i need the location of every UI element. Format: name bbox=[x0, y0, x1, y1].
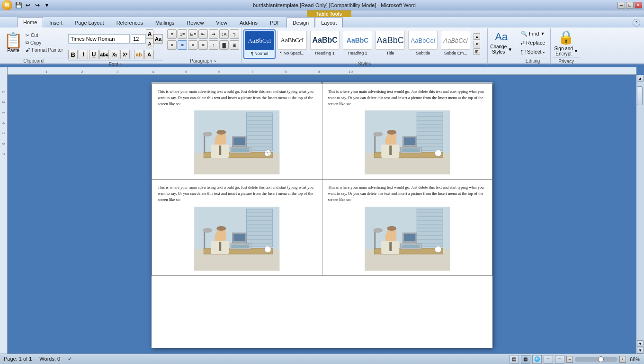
tab-review[interactable]: Review bbox=[180, 17, 210, 27]
help-button[interactable]: ? bbox=[633, 19, 640, 27]
svg-rect-62 bbox=[374, 134, 376, 153]
sort-button[interactable]: ↕A bbox=[219, 29, 229, 39]
font-grow-button[interactable]: A bbox=[146, 29, 153, 39]
paragraph-group-content: ≡ 1≡ ⊟≡ ⇤ ⇥ ↕A ¶ ≡ ≡ ≡ ≡ ↕ ▓ ⊞ bbox=[167, 29, 239, 56]
copy-button[interactable]: ⧉Copy bbox=[25, 39, 64, 46]
print-layout-button[interactable]: ▤ bbox=[510, 355, 519, 364]
superscript-button[interactable]: X² bbox=[120, 50, 130, 59]
style-no-spacing[interactable]: AaBbCcI ¶ No Spaci... bbox=[276, 29, 308, 59]
zoom-out-button[interactable]: − bbox=[566, 356, 573, 363]
style-subtle-em[interactable]: AaBbCcI Subtle Em... bbox=[439, 29, 472, 59]
italic-button[interactable]: I bbox=[79, 50, 88, 59]
borders-button[interactable]: ⊞ bbox=[230, 40, 239, 50]
style-normal[interactable]: AaBbCcI ¶ Normal bbox=[243, 29, 276, 59]
shading-button[interactable]: ▓ bbox=[219, 40, 229, 50]
draft-view-button[interactable]: ≡ bbox=[555, 355, 564, 364]
cell-image-2 bbox=[328, 110, 487, 174]
clipboard-group-label[interactable]: Clipboard bbox=[3, 57, 64, 64]
tab-layout[interactable]: Layout bbox=[315, 17, 343, 27]
numbering-button[interactable]: 1≡ bbox=[178, 29, 187, 39]
subscript-button[interactable]: X₂ bbox=[110, 50, 119, 59]
font-name-selector[interactable]: Times New Roman bbox=[68, 34, 130, 44]
scroll-down-button[interactable]: ▼ bbox=[637, 340, 644, 347]
replace-button[interactable]: ⇄ Replace bbox=[519, 39, 547, 47]
document-viewport[interactable]: This is where your main advertising text… bbox=[8, 75, 636, 354]
tab-mailings[interactable]: Mailings bbox=[149, 17, 180, 27]
style-heading2[interactable]: AaBbC Heading 2 bbox=[341, 29, 374, 59]
style-heading1[interactable]: AaBbC Heading 1 bbox=[309, 29, 341, 59]
redo-button[interactable]: ↪ bbox=[33, 1, 42, 9]
zoom-thumb[interactable] bbox=[598, 356, 604, 362]
paste-button[interactable]: 📋 Paste bbox=[3, 32, 24, 54]
svg-point-36 bbox=[203, 132, 212, 136]
sign-encrypt-icon: 🔒 bbox=[558, 29, 574, 45]
office-orb[interactable]: W bbox=[2, 0, 12, 10]
scroll-thumb[interactable] bbox=[637, 86, 643, 105]
multilevel-list-button[interactable]: ⊟≡ bbox=[188, 29, 197, 39]
full-reading-button[interactable]: ▦ bbox=[521, 355, 530, 364]
outline-view-button[interactable]: ≡ bbox=[544, 355, 553, 364]
clipboard-small-btns: ✂Cut ⧉Copy 🖌Format Painter bbox=[25, 32, 64, 53]
font-shrink-button[interactable]: A bbox=[146, 39, 153, 48]
web-layout-button[interactable]: 🌐 bbox=[532, 355, 542, 364]
tab-pdf[interactable]: PDF bbox=[264, 17, 286, 27]
customize-qat-button[interactable]: ▾ bbox=[43, 1, 51, 9]
tab-view[interactable]: View bbox=[210, 17, 233, 27]
cut-button[interactable]: ✂Cut bbox=[25, 32, 64, 38]
title-bar-left: W 💾 ↩ ↪ ▾ bbox=[2, 0, 51, 10]
table-tools-label: Table Tools bbox=[307, 10, 351, 17]
zoom-slider[interactable] bbox=[575, 357, 617, 362]
tab-home[interactable]: Home bbox=[17, 17, 43, 27]
font-group-label[interactable]: Font↘ bbox=[68, 60, 163, 67]
tab-page-layout[interactable]: Page Layout bbox=[69, 17, 110, 27]
bold-button[interactable]: B bbox=[68, 50, 78, 59]
font-size-selector[interactable]: 12 bbox=[131, 34, 146, 44]
zoom-in-button[interactable]: + bbox=[619, 356, 626, 363]
zoom-percentage[interactable]: 68% bbox=[630, 356, 640, 362]
office-image-4 bbox=[328, 207, 487, 271]
tab-design[interactable]: Design bbox=[286, 17, 315, 27]
paragraph-group-label[interactable]: Paragraph↘ bbox=[167, 57, 239, 64]
style-title[interactable]: AaBbC Title bbox=[374, 29, 406, 59]
scroll-up-button[interactable]: ▲ bbox=[637, 75, 644, 82]
spell-check-icon: ✓ bbox=[68, 356, 72, 362]
format-painter-button[interactable]: 🖌Format Painter bbox=[25, 47, 64, 53]
align-left-button[interactable]: ≡ bbox=[167, 40, 177, 50]
title-bar-title: burrisblanktemplate [Read-Only] [Compati… bbox=[51, 2, 617, 8]
underline-button[interactable]: U bbox=[89, 50, 98, 59]
change-case-button[interactable]: Aa bbox=[153, 34, 163, 44]
close-button[interactable]: ✕ bbox=[635, 2, 642, 9]
decrease-indent-button[interactable]: ⇤ bbox=[198, 29, 208, 39]
undo-button[interactable]: ↩ bbox=[24, 1, 32, 9]
tab-add-ins[interactable]: Add-Ins bbox=[233, 17, 264, 27]
save-button[interactable]: 💾 bbox=[14, 1, 23, 9]
style-no-spacing-preview: AaBbCcI bbox=[277, 31, 307, 50]
show-hide-button[interactable]: ¶ bbox=[230, 29, 239, 39]
scroll-track[interactable] bbox=[637, 82, 644, 340]
find-button[interactable]: 🔍 Find ▼ bbox=[519, 30, 546, 38]
styles-scroll-down[interactable]: ▼ bbox=[474, 41, 480, 47]
increase-indent-button[interactable]: ⇥ bbox=[209, 29, 218, 39]
style-subtitle[interactable]: AaBbCcI Subtitle bbox=[407, 29, 439, 59]
svg-rect-1 bbox=[8, 67, 636, 75]
tab-insert[interactable]: Insert bbox=[43, 17, 69, 27]
styles-scroll-up[interactable]: ▲ bbox=[474, 33, 480, 40]
tab-references[interactable]: References bbox=[110, 17, 149, 27]
svg-rect-28 bbox=[219, 146, 221, 155]
highlight-button[interactable]: ab bbox=[134, 50, 143, 59]
scroll-prev-page[interactable]: ▼ bbox=[637, 347, 644, 354]
font-color-button[interactable]: A bbox=[144, 50, 154, 59]
bullets-button[interactable]: ≡ bbox=[167, 29, 177, 39]
change-styles-content[interactable]: Aa ChangeStyles ▼ bbox=[490, 29, 513, 56]
select-button[interactable]: ⬚ Select - bbox=[519, 48, 546, 56]
privacy-group-content[interactable]: 🔒 Sign andEncrypt ▼ bbox=[553, 29, 580, 56]
styles-scroll-more[interactable]: ⊞ bbox=[474, 48, 480, 55]
line-spacing-button[interactable]: ↕ bbox=[209, 40, 218, 50]
minimize-button[interactable]: ─ bbox=[617, 2, 625, 9]
strikethrough-button[interactable]: abc bbox=[99, 50, 109, 59]
align-right-button[interactable]: ≡ bbox=[188, 40, 197, 50]
align-center-button[interactable]: ≡ bbox=[178, 40, 187, 50]
justify-button[interactable]: ≡ bbox=[198, 40, 208, 50]
maximize-button[interactable]: □ bbox=[626, 2, 634, 9]
styles-group-label[interactable]: Styles bbox=[243, 60, 485, 66]
